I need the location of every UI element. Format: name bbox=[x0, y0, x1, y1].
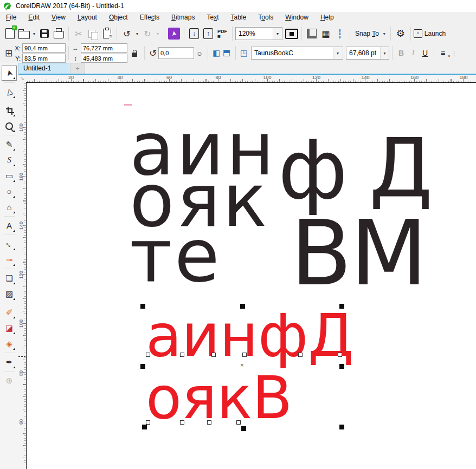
shape-tool[interactable]: ▷ bbox=[2, 85, 16, 99]
transparency-tool[interactable]: ▨ bbox=[2, 287, 16, 301]
drop-shadow-tool[interactable]: ❏ bbox=[2, 271, 16, 285]
add-tool-button[interactable]: ⊕ bbox=[2, 374, 16, 388]
font-name-input[interactable] bbox=[252, 49, 333, 57]
interactive-fill-tool[interactable]: ◪ bbox=[2, 321, 16, 335]
mirror-vertical-button[interactable]: ◧ bbox=[222, 48, 233, 58]
new-document-button[interactable] bbox=[3, 26, 17, 41]
selection-handle[interactable] bbox=[142, 425, 147, 429]
export-button[interactable]: ↑ bbox=[201, 26, 215, 41]
horizontal-ruler[interactable]: 20406080100120140160180 bbox=[26, 75, 476, 82]
specimen-letter-ve[interactable]: В bbox=[291, 209, 354, 298]
specimen-letter-ef[interactable]: ф bbox=[278, 129, 350, 211]
print-button[interactable] bbox=[52, 26, 66, 41]
selection-handle[interactable] bbox=[140, 304, 145, 309]
zoom-level-input[interactable] bbox=[236, 30, 273, 37]
zoom-dropdown-icon[interactable]: ▾ bbox=[273, 28, 282, 40]
launch-label[interactable]: Launch bbox=[422, 30, 448, 37]
character-node[interactable] bbox=[180, 353, 184, 357]
ellipse-tool[interactable]: ○ bbox=[2, 185, 16, 199]
font-dropdown-icon[interactable]: ▾ bbox=[333, 47, 342, 59]
ruler-origin[interactable]: ↘ bbox=[18, 75, 26, 82]
parallel-dimension-tool[interactable]: ↔ bbox=[2, 237, 16, 251]
lock-ratio-button[interactable] bbox=[127, 45, 141, 61]
full-screen-preview-button[interactable] bbox=[285, 26, 299, 41]
undo-button[interactable]: ↺ bbox=[120, 26, 134, 41]
x-position-field[interactable] bbox=[22, 43, 66, 53]
red-text-line1[interactable]: аинфД bbox=[146, 307, 354, 365]
wrap-text-button[interactable]: ◳ bbox=[239, 48, 249, 58]
options-button[interactable]: ⚙ bbox=[394, 26, 408, 41]
outline-pen-tool[interactable]: ✒ bbox=[2, 355, 16, 369]
font-size-input[interactable] bbox=[346, 49, 380, 57]
open-button[interactable] bbox=[17, 26, 31, 41]
character-node[interactable] bbox=[211, 353, 216, 357]
rotation-field[interactable] bbox=[158, 47, 194, 59]
search-content-button[interactable]: ➤ bbox=[167, 26, 181, 41]
text-alignment-button[interactable]: ≡ bbox=[437, 49, 449, 57]
polygon-tool[interactable]: ⌂ bbox=[2, 200, 16, 214]
specimen-letter-em[interactable]: М bbox=[350, 209, 429, 298]
show-guidelines-button[interactable]: ┆ bbox=[333, 26, 347, 41]
character-node[interactable] bbox=[242, 353, 247, 357]
snap-to-dropdown-icon[interactable]: ▾ bbox=[381, 31, 388, 36]
menu-window[interactable]: Window bbox=[279, 12, 314, 24]
font-combo[interactable]: ▾ bbox=[251, 47, 343, 60]
open-dropdown-icon[interactable]: ▾ bbox=[31, 31, 37, 36]
specimen-letters-te[interactable]: те bbox=[130, 219, 222, 292]
freehand-tool[interactable]: ✎ bbox=[2, 138, 16, 152]
publish-pdf-button[interactable]: PDF▦ bbox=[215, 26, 229, 41]
red-text-line2[interactable]: оякВ bbox=[146, 369, 292, 427]
zoom-tool[interactable] bbox=[2, 119, 16, 133]
character-node[interactable] bbox=[236, 420, 241, 425]
selection-handle[interactable] bbox=[140, 364, 145, 369]
menu-table[interactable]: Table bbox=[225, 12, 253, 24]
font-size-dropdown-icon[interactable]: ▾ bbox=[380, 47, 389, 59]
y-position-field[interactable] bbox=[22, 54, 66, 63]
character-node[interactable] bbox=[338, 353, 342, 357]
drawing-canvas[interactable]: аин ф Д ояк В М те аинфД оякВ × bbox=[26, 82, 476, 469]
smart-fill-tool[interactable]: ◈ bbox=[2, 337, 16, 351]
menu-file[interactable]: File bbox=[0, 12, 22, 24]
document-tab[interactable]: Untitled-1 bbox=[18, 63, 69, 74]
crop-tool[interactable] bbox=[2, 103, 16, 118]
curve-tool[interactable]: S bbox=[2, 153, 16, 167]
selection-handle[interactable] bbox=[339, 425, 344, 429]
color-eyedropper-tool[interactable]: ✐ bbox=[2, 305, 16, 320]
paste-button[interactable] bbox=[100, 26, 114, 41]
rectangle-tool[interactable]: ▭ bbox=[2, 169, 16, 183]
menu-bitmaps[interactable]: Bitmaps bbox=[165, 12, 201, 24]
mirror-horizontal-button[interactable]: ◧ bbox=[211, 48, 222, 58]
show-rulers-button[interactable] bbox=[305, 26, 319, 41]
selection-handle[interactable] bbox=[240, 304, 245, 309]
menu-tools[interactable]: Tools bbox=[252, 12, 279, 24]
character-node[interactable] bbox=[180, 420, 184, 425]
menu-view[interactable]: View bbox=[46, 12, 72, 24]
launch-button[interactable]: ≡ bbox=[414, 26, 422, 41]
selection-handle[interactable] bbox=[339, 304, 344, 309]
specimen-letter-de[interactable]: Д bbox=[369, 128, 435, 209]
undo-dropdown-icon[interactable]: ▾ bbox=[134, 31, 140, 36]
menu-edit[interactable]: Edit bbox=[22, 12, 46, 24]
zoom-level-combo[interactable]: ▾ bbox=[235, 27, 282, 40]
menu-effects[interactable]: Effects bbox=[134, 12, 165, 24]
new-tab-button[interactable]: + bbox=[70, 63, 85, 74]
width-field[interactable] bbox=[81, 43, 127, 53]
menu-object[interactable]: Object bbox=[103, 12, 134, 24]
character-node[interactable] bbox=[146, 353, 150, 357]
height-field[interactable] bbox=[81, 54, 127, 63]
menu-text[interactable]: Text bbox=[201, 12, 224, 24]
menu-layout[interactable]: Layout bbox=[72, 12, 103, 24]
selection-center-marker[interactable]: × bbox=[240, 362, 243, 368]
import-button[interactable]: ↓ bbox=[187, 26, 201, 41]
underline-button[interactable]: U bbox=[419, 49, 431, 57]
snap-to-button[interactable]: Snap To bbox=[353, 30, 381, 37]
pick-tool[interactable]: ➤ bbox=[2, 66, 17, 81]
selection-handle[interactable] bbox=[241, 426, 246, 431]
character-node[interactable] bbox=[146, 420, 150, 425]
text-tool[interactable]: A bbox=[2, 219, 16, 233]
character-node[interactable] bbox=[298, 353, 303, 357]
character-node[interactable] bbox=[207, 420, 211, 425]
save-button[interactable] bbox=[37, 26, 52, 41]
show-grid-button[interactable]: ▦ bbox=[319, 26, 333, 41]
selection-handle[interactable] bbox=[339, 364, 344, 369]
